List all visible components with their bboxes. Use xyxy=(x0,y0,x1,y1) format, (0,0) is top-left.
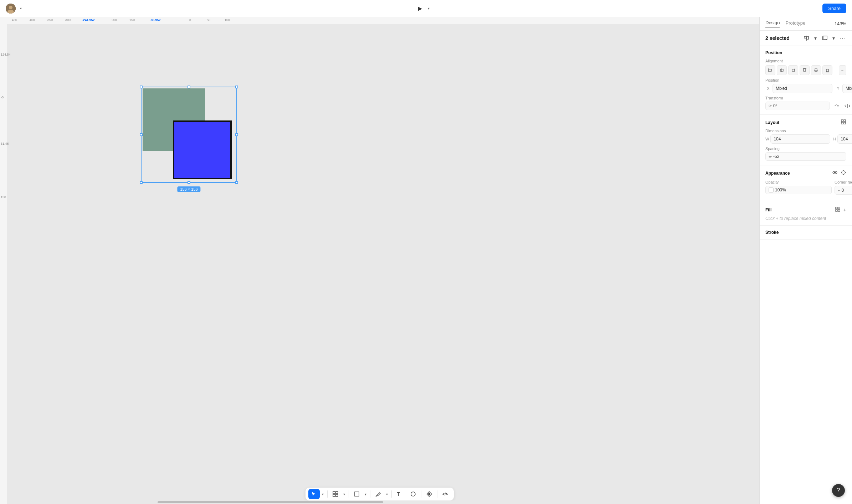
divider-5 xyxy=(405,490,405,498)
ruler-left: 124.54 -0 31.46 150 xyxy=(0,24,7,504)
avatar[interactable] xyxy=(6,4,16,14)
select-chevron[interactable]: ▾ xyxy=(320,492,325,497)
text-tool[interactable]: T xyxy=(394,489,403,499)
horizontal-scrollbar[interactable] xyxy=(7,500,759,504)
right-panel: Design Prototype 143% 2 selected ▾ ▾ xyxy=(759,17,852,504)
corner-wrap: Corner radius ⌐ xyxy=(835,180,852,195)
ellipse-tool[interactable] xyxy=(407,489,419,499)
fill-section: Fill + Click + to replace mixed content xyxy=(760,202,852,226)
svg-rect-12 xyxy=(807,36,809,39)
frame-tool[interactable] xyxy=(330,489,341,499)
svg-marker-10 xyxy=(428,493,431,495)
x-input[interactable] xyxy=(773,84,832,93)
ruler-label-8: -85.952 xyxy=(150,18,161,22)
opacity-corner-row: Opacity Corner radius ⌐ xyxy=(765,180,846,195)
rect-tool[interactable] xyxy=(351,489,363,499)
fill-title: Fill xyxy=(765,207,835,212)
appearance-header-row: Appearance xyxy=(765,170,846,176)
ruler-top: -450 -400 -350 -300 -241.952 -200 -150 -… xyxy=(7,17,759,24)
visibility-button[interactable] xyxy=(832,170,838,176)
stroke-title: Stroke xyxy=(765,230,779,235)
align-middle-v[interactable] xyxy=(811,65,821,75)
transform-label: Transform xyxy=(765,96,846,100)
align-center-h[interactable] xyxy=(777,65,787,75)
handle-mr[interactable] xyxy=(235,133,238,136)
canvas-content[interactable]: 156 × 156 xyxy=(7,24,759,490)
handle-br[interactable] xyxy=(235,181,238,184)
opacity-checkbox[interactable] xyxy=(769,187,774,192)
align-more[interactable]: ··· xyxy=(839,65,846,75)
y-input[interactable] xyxy=(842,84,852,93)
w-label: W xyxy=(765,137,769,141)
rotation-icon: ⟳ xyxy=(769,104,772,108)
height-input[interactable] xyxy=(837,134,852,144)
ruler-v-label-2: -0 xyxy=(1,96,4,99)
toolbar-group: ▾ ▾ ▾ xyxy=(306,488,453,500)
code-tool[interactable]: </> xyxy=(440,490,451,498)
fill-header: Fill + xyxy=(765,206,846,213)
selected-label: 2 selected xyxy=(765,35,800,41)
align-chevron[interactable]: ▾ xyxy=(813,34,818,42)
opacity-input[interactable] xyxy=(775,187,828,192)
canvas-area[interactable]: -450 -400 -350 -300 -241.952 -200 -150 -… xyxy=(0,17,759,504)
share-button[interactable]: Share xyxy=(822,4,846,13)
handle-bm[interactable] xyxy=(188,181,190,184)
help-button[interactable]: ? xyxy=(832,484,845,497)
divider-7 xyxy=(437,490,437,498)
pen-tool[interactable] xyxy=(373,489,384,499)
scrollbar-thumb[interactable] xyxy=(158,501,383,503)
shape-blue[interactable] xyxy=(173,120,232,179)
svg-rect-11 xyxy=(804,36,806,38)
align-left[interactable] xyxy=(765,65,775,75)
tab-prototype[interactable]: Prototype xyxy=(785,20,805,27)
rect-chevron[interactable]: ▾ xyxy=(363,492,368,497)
play-chevron[interactable]: ▾ xyxy=(426,6,431,11)
appearance-more-button[interactable] xyxy=(841,170,846,176)
corner-input[interactable] xyxy=(841,188,852,193)
handle-tl[interactable] xyxy=(140,86,143,88)
align-top[interactable] xyxy=(800,65,810,75)
svg-rect-6 xyxy=(336,494,338,497)
align-bottom[interactable] xyxy=(822,65,832,75)
divider-4 xyxy=(391,490,392,498)
position-title: Position xyxy=(765,50,846,55)
zoom-indicator[interactable]: 143% xyxy=(835,21,846,26)
svg-rect-30 xyxy=(841,120,843,122)
fill-add-button[interactable]: + xyxy=(843,206,846,213)
top-bar-left: ▾ xyxy=(6,4,23,14)
more-options-button[interactable]: ··· xyxy=(839,34,846,42)
avatar-chevron[interactable]: ▾ xyxy=(19,6,23,11)
spacing-input-wrap: ⇼ xyxy=(765,152,846,161)
align-right[interactable] xyxy=(788,65,798,75)
layer-icon-button[interactable] xyxy=(821,34,828,42)
pen-chevron[interactable]: ▾ xyxy=(385,492,389,497)
select-tool[interactable] xyxy=(308,489,320,499)
handle-ml[interactable] xyxy=(140,133,143,136)
ruler-label-7: -150 xyxy=(128,18,135,22)
tab-design[interactable]: Design xyxy=(765,20,780,27)
handle-tr[interactable] xyxy=(235,86,238,88)
y-field-wrap: Y xyxy=(835,84,852,93)
top-bar: ▾ ▶ ▾ Share xyxy=(0,0,852,17)
height-wrap: H xyxy=(833,134,852,144)
fill-style-button[interactable] xyxy=(835,206,841,213)
component-tool[interactable] xyxy=(424,489,435,499)
play-button[interactable]: ▶ xyxy=(415,4,425,13)
flip-reset-button[interactable] xyxy=(833,102,841,110)
width-wrap: W xyxy=(765,134,830,144)
handle-bl[interactable] xyxy=(140,181,143,184)
panel-header-row: 2 selected ▾ ▾ ··· xyxy=(760,31,852,46)
handle-tm[interactable] xyxy=(188,86,190,88)
ruler-label-3: -350 xyxy=(46,18,53,22)
ruler-label-1: -450 xyxy=(11,18,17,22)
corner-input-wrap: ⌐ xyxy=(835,186,852,195)
spacing-input[interactable] xyxy=(773,154,843,159)
align-icon-button[interactable] xyxy=(802,34,810,42)
frame-chevron[interactable]: ▾ xyxy=(342,492,347,497)
flip-h-button[interactable] xyxy=(843,102,851,110)
layout-icon-button[interactable] xyxy=(841,119,846,126)
rotation-input[interactable] xyxy=(773,103,827,108)
transform-row: ⟳ xyxy=(765,102,846,110)
width-input[interactable] xyxy=(770,134,830,144)
layer-chevron[interactable]: ▾ xyxy=(831,34,836,42)
